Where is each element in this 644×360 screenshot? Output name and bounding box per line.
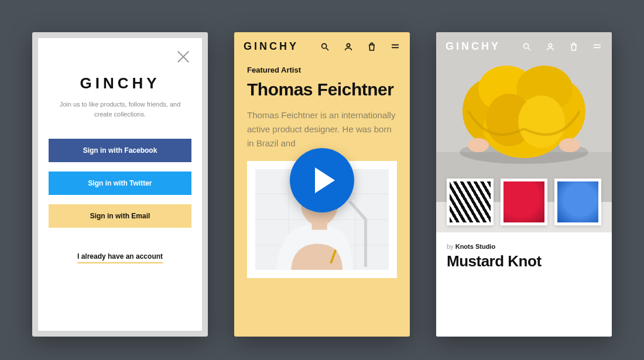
product-byline: by Knots Studio bbox=[447, 243, 601, 250]
product-title: Mustard Knot bbox=[447, 252, 601, 270]
already-have-account-link[interactable]: I already have an account bbox=[77, 252, 163, 263]
signin-email-button[interactable]: Sign in with Email bbox=[49, 204, 191, 228]
header: GINCHY bbox=[436, 32, 612, 59]
product-screen: GINCHY bbox=[436, 32, 612, 337]
artist-blurb: Thomas Feichtner is an internationally a… bbox=[247, 108, 397, 150]
user-icon[interactable] bbox=[545, 42, 556, 52]
svg-point-21 bbox=[549, 43, 551, 46]
svg-line-1 bbox=[326, 48, 328, 50]
menu-icon[interactable] bbox=[390, 42, 400, 52]
brand-logo[interactable]: GINCHY bbox=[244, 40, 299, 53]
signin-facebook-button[interactable]: Sign in with Facebook bbox=[49, 139, 191, 162]
user-icon[interactable] bbox=[343, 42, 354, 52]
search-icon[interactable] bbox=[522, 42, 532, 52]
svg-point-2 bbox=[347, 43, 350, 46]
svg-line-20 bbox=[528, 48, 530, 50]
header: GINCHY bbox=[234, 32, 410, 59]
product-hero-image: GINCHY bbox=[436, 32, 612, 202]
svg-point-19 bbox=[524, 43, 529, 48]
play-button[interactable] bbox=[290, 148, 354, 212]
search-icon[interactable] bbox=[320, 42, 330, 52]
thumbnail-stripe[interactable] bbox=[447, 179, 494, 225]
bag-icon[interactable] bbox=[366, 42, 377, 52]
close-icon[interactable] bbox=[175, 49, 191, 65]
svg-point-33 bbox=[518, 95, 565, 148]
signin-tagline: Join us to like products, follow friends… bbox=[54, 100, 186, 119]
thumbnail-red[interactable] bbox=[501, 179, 547, 225]
signin-twitter-button[interactable]: Sign in with Twitter bbox=[49, 172, 191, 195]
product-thumbnails bbox=[436, 179, 612, 225]
svg-point-35 bbox=[559, 138, 580, 152]
brand-logo[interactable]: GINCHY bbox=[446, 40, 501, 53]
brand-logo: GINCHY bbox=[49, 74, 191, 92]
svg-point-34 bbox=[468, 138, 489, 152]
artist-name: Thomas Feichtner bbox=[247, 80, 397, 99]
section-overline: Featured Artist bbox=[247, 66, 397, 74]
bag-icon[interactable] bbox=[568, 42, 579, 52]
menu-icon[interactable] bbox=[592, 42, 602, 52]
svg-point-0 bbox=[322, 43, 327, 48]
thumbnail-blue[interactable] bbox=[554, 179, 601, 225]
signin-screen: GINCHY Join us to like products, follow … bbox=[32, 32, 208, 337]
